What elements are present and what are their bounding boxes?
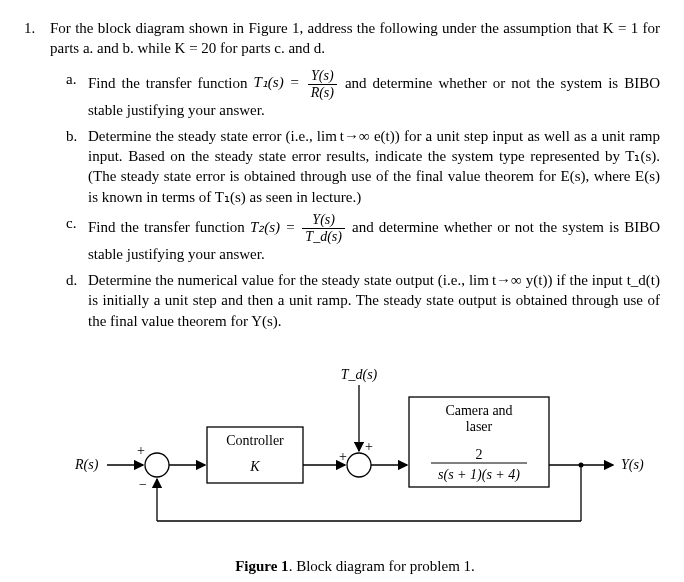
plant-box-top: Camera and (445, 403, 512, 418)
part-a-label: a. (66, 69, 82, 120)
problem-intro: For the block diagram shown in Figure 1,… (50, 18, 660, 59)
subparts: a. Find the transfer function T₁(s) = Y(… (50, 69, 660, 331)
part-a-text: Find the transfer function T₁(s) = Y(s)R… (88, 69, 660, 120)
controller-box-label: Controller (226, 433, 284, 448)
part-c-text: Find the transfer function T₂(s) = Y(s)T… (88, 213, 660, 264)
part-c-t2: T₂(s) = (250, 219, 300, 235)
part-a-frac-num: Y(s) (311, 68, 334, 83)
caption-rest: . Block diagram for problem 1. (289, 558, 475, 574)
part-a-pre: Find the transfer function (88, 74, 253, 90)
part-a-t1: T₁(s) = (253, 74, 305, 90)
part-c-pre: Find the transfer function (88, 219, 250, 235)
intro-text: For the block diagram shown in Figure 1,… (50, 20, 660, 56)
part-a-frac-den: R(s) (311, 85, 334, 100)
sum-node-1 (145, 453, 169, 477)
part-d-label: d. (66, 270, 82, 331)
sum1-minus: − (139, 477, 147, 492)
plant-den: s(s + 1)(s + 4) (438, 467, 520, 483)
figure-caption: Figure 1. Block diagram for problem 1. (50, 556, 660, 576)
plant-box-bottom: laser (466, 419, 493, 434)
sum2-plus2: + (365, 439, 373, 454)
part-c: c. Find the transfer function T₂(s) = Y(… (66, 213, 660, 264)
controller-value: K (249, 459, 260, 474)
part-c-frac-den: T_d(s) (305, 229, 342, 244)
part-c-label: c. (66, 213, 82, 264)
problem-body: For the block diagram shown in Figure 1,… (50, 18, 660, 576)
input-label: R(s) (74, 457, 99, 473)
problem-number: 1. (24, 18, 44, 576)
problem-1: 1. For the block diagram shown in Figure… (24, 18, 660, 576)
part-d: d. Determine the numerical value for the… (66, 270, 660, 331)
caption-bold: Figure 1 (235, 558, 288, 574)
part-c-frac-num: Y(s) (312, 212, 335, 227)
part-a: a. Find the transfer function T₁(s) = Y(… (66, 69, 660, 120)
output-label: Y(s) (621, 457, 644, 473)
sum2-plus1: + (339, 449, 347, 464)
part-d-text: Determine the numerical value for the st… (88, 270, 660, 331)
part-b-text: Determine the steady state error (i.e., … (88, 126, 660, 207)
plant-num: 2 (476, 447, 483, 462)
part-c-frac: Y(s)T_d(s) (302, 213, 345, 244)
part-b-label: b. (66, 126, 82, 207)
sum1-plus: + (137, 443, 145, 458)
disturbance-label: T_d(s) (341, 367, 378, 383)
block-diagram: R(s) + − Controller K + + T_d(s) (50, 353, 660, 538)
sum-node-2 (347, 453, 371, 477)
part-b: b. Determine the steady state error (i.e… (66, 126, 660, 207)
part-a-frac: Y(s)R(s) (308, 69, 337, 100)
